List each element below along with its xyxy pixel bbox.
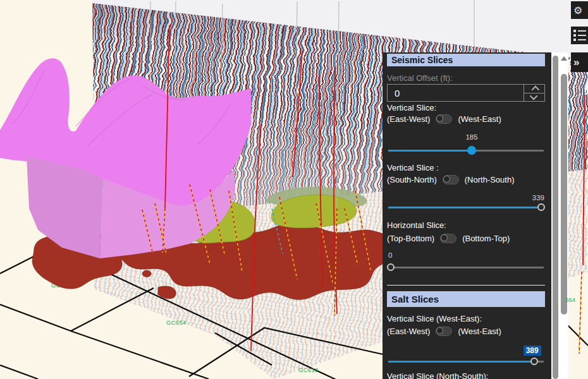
toggle-knob (436, 115, 443, 122)
stepper-up-button[interactable] (524, 85, 544, 93)
vertical-slice-ew-label: Vertical Slice: (387, 104, 545, 112)
slider-value-185: 185 (465, 133, 477, 141)
collapse-panel-button[interactable]: » (571, 52, 588, 72)
salt-slice-we-toggle[interactable] (436, 327, 452, 336)
vertical-offset-stepper (387, 84, 545, 102)
east-west-option-label: (East-West) (387, 327, 430, 336)
north-south-option-label: (North-South) (465, 176, 515, 184)
vertical-slice-ns-slider[interactable] (387, 203, 545, 212)
vertical-offset-label: Vertical Offset (ft): (387, 74, 545, 83)
vertical-offset-input[interactable] (388, 85, 524, 101)
salt-slices-header: Salt Slices (387, 291, 545, 307)
slider-value-339: 339 (532, 194, 544, 202)
toggle-knob (443, 176, 450, 183)
slices-widget-panel: Seismic Slices Vertical Offset (ft): Ver… (383, 52, 551, 379)
scrollbar-thumb[interactable] (553, 56, 558, 379)
salt-body (0, 58, 251, 258)
page-scrollbar[interactable] (560, 52, 568, 379)
slider-thumb[interactable] (387, 263, 395, 271)
section-divider (387, 285, 545, 286)
salt-slice-we-slider[interactable] (387, 357, 545, 366)
vertical-slice-ew-toggle[interactable] (436, 114, 452, 124)
west-east-option-label: (West-East) (458, 327, 501, 336)
south-north-option-label: (South-North) (387, 176, 437, 184)
east-west-option-label: (East-West) (387, 115, 430, 124)
legend-list-button[interactable] (571, 27, 588, 44)
stepper-down-button[interactable] (524, 93, 544, 102)
app-window: GC698 GC654 GC610 (0, 0, 588, 379)
bottom-top-option-label: (Bottom-Top) (462, 234, 510, 243)
slider-value-389-badge: 389 (524, 346, 541, 356)
west-east-option-label: (West-East) (458, 115, 501, 124)
horizontal-slice-label: Horizontal Slice: (387, 221, 545, 230)
gear-icon: ⚙ (573, 4, 582, 16)
slider-value-0: 0 (388, 251, 392, 259)
double-chevron-right-icon: » (573, 56, 579, 69)
toggle-knob (436, 327, 443, 334)
salt-vertical-slice-ns-label: Vertical Slice (North-South): (387, 372, 545, 379)
slider-thumb[interactable] (537, 203, 545, 211)
horizontal-slice-toggle[interactable] (440, 234, 456, 243)
scroll-up-arrow-icon[interactable] (561, 56, 567, 61)
panel-scrollbar[interactable] (551, 52, 560, 379)
horizontal-slice-slider[interactable] (387, 263, 545, 272)
slider-thumb[interactable] (530, 358, 538, 365)
toggle-knob (441, 234, 448, 241)
chevron-down-icon (529, 92, 537, 100)
vertical-slice-ns-label: Vertical Slice : (387, 164, 545, 172)
settings-button[interactable]: ⚙ (571, 1, 588, 19)
salt-vertical-slice-we-label: Vertical Slice (West-East): (387, 315, 545, 323)
seismic-slices-header: Seismic Slices (387, 54, 545, 66)
scrollbar-thumb[interactable] (561, 74, 567, 315)
list-icon (573, 30, 586, 41)
block-label-564: 564 (565, 296, 575, 303)
vertical-slice-ns-toggle[interactable] (443, 175, 459, 184)
slider-thumb[interactable] (467, 146, 476, 155)
vertical-slice-ew-slider[interactable] (387, 146, 545, 155)
top-bottom-option-label: (Top-Bottom) (387, 234, 434, 243)
